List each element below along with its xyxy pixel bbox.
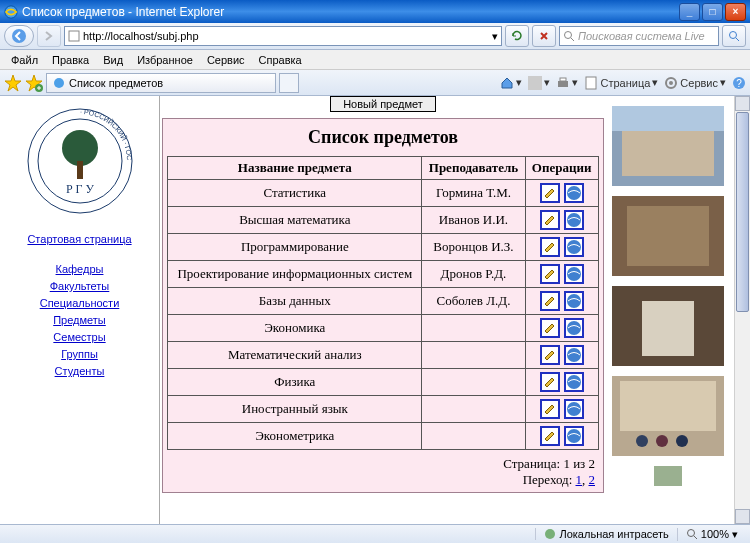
edit-icon[interactable]	[540, 426, 560, 446]
svg-rect-55	[654, 466, 682, 486]
delete-icon[interactable]	[564, 399, 584, 419]
nav-link[interactable]: Специальности	[5, 297, 154, 309]
menu-tools[interactable]: Сервис	[200, 52, 252, 68]
nav-link[interactable]: Студенты	[5, 365, 154, 377]
forward-button[interactable]	[37, 25, 61, 47]
delete-icon[interactable]	[564, 291, 584, 311]
add-favorites-icon[interactable]	[25, 74, 43, 92]
pager-page-1[interactable]: 1	[576, 472, 583, 487]
cell-ops	[525, 342, 598, 369]
browser-tab[interactable]: Список предметов	[46, 73, 276, 93]
table-row: Экономика	[168, 315, 598, 342]
close-button[interactable]: ×	[725, 3, 746, 21]
nav-link[interactable]: Кафедры	[5, 263, 154, 275]
table-row: Математический анализ	[168, 342, 598, 369]
svg-rect-2	[69, 31, 79, 41]
svg-line-6	[736, 38, 739, 41]
cell-name: Эконометрика	[168, 423, 422, 450]
page-heading: Список предметов	[163, 119, 603, 156]
edit-icon[interactable]	[540, 291, 560, 311]
edit-icon[interactable]	[540, 399, 560, 419]
edit-icon[interactable]	[540, 372, 560, 392]
nav-link[interactable]: Предметы	[5, 314, 154, 326]
menu-help[interactable]: Справка	[252, 52, 309, 68]
delete-icon[interactable]	[564, 345, 584, 365]
help-button[interactable]: ?	[732, 76, 746, 90]
search-go-icon	[728, 30, 740, 42]
zoom-icon	[686, 528, 698, 540]
cell-teacher: Дронов Р.Д.	[422, 261, 526, 288]
search-go-button[interactable]	[722, 25, 746, 47]
edit-icon[interactable]	[540, 210, 560, 230]
ie-icon	[4, 5, 18, 19]
delete-icon[interactable]	[564, 318, 584, 338]
edit-icon[interactable]	[540, 183, 560, 203]
delete-icon[interactable]	[564, 237, 584, 257]
minimize-button[interactable]: _	[679, 3, 700, 21]
edit-icon[interactable]	[540, 318, 560, 338]
table-row: Проектирование информационных системДрон…	[168, 261, 598, 288]
search-box[interactable]: Поисковая система Live	[559, 26, 719, 46]
cell-teacher: Иванов И.И.	[422, 207, 526, 234]
menu-view[interactable]: Вид	[96, 52, 130, 68]
menu-edit[interactable]: Правка	[45, 52, 96, 68]
address-bar[interactable]: http://localhost/subj.php ▾	[64, 26, 502, 46]
delete-icon[interactable]	[564, 372, 584, 392]
edit-icon[interactable]	[540, 345, 560, 365]
new-tab-button[interactable]	[279, 73, 299, 93]
back-button[interactable]	[4, 25, 34, 47]
menu-favorites[interactable]: Избранное	[130, 52, 200, 68]
svg-point-26	[567, 213, 581, 227]
home-button[interactable]: ▾	[500, 76, 522, 90]
status-zoom[interactable]: 100% ▾	[677, 528, 746, 541]
delete-icon[interactable]	[564, 183, 584, 203]
building-photo-3	[612, 286, 724, 366]
page-menu-label: Страница	[600, 77, 650, 89]
favorites-star-icon[interactable]	[4, 74, 22, 92]
scroll-thumb[interactable]	[736, 112, 749, 312]
cell-name: Физика	[168, 369, 422, 396]
nav-link[interactable]: Семестры	[5, 331, 154, 343]
edit-icon[interactable]	[540, 264, 560, 284]
gear-icon	[664, 76, 678, 90]
page-menu-icon	[584, 76, 598, 90]
delete-icon[interactable]	[564, 264, 584, 284]
svg-text:Р Г У: Р Г У	[65, 182, 94, 196]
nav-toolbar: http://localhost/subj.php ▾ Поисковая си…	[0, 23, 750, 50]
tools-menu-label: Сервис	[680, 77, 718, 89]
delete-icon[interactable]	[564, 210, 584, 230]
address-dropdown-icon[interactable]: ▾	[492, 30, 498, 43]
cell-teacher	[422, 369, 526, 396]
page-menu[interactable]: Страница ▾	[584, 76, 658, 90]
pager-page-2[interactable]: 2	[589, 472, 596, 487]
tools-menu[interactable]: Сервис ▾	[664, 76, 726, 90]
new-subject-button[interactable]: Новый предмет	[330, 96, 436, 112]
table-row: Эконометрика	[168, 423, 598, 450]
maximize-button[interactable]: □	[702, 3, 723, 21]
refresh-button[interactable]	[505, 25, 529, 47]
feeds-button[interactable]: ▾	[528, 76, 550, 90]
print-icon	[556, 76, 570, 90]
cell-teacher: Соболев Л.Д.	[422, 288, 526, 315]
nav-link[interactable]: Группы	[5, 348, 154, 360]
nav-start-page[interactable]: Стартовая страница	[5, 233, 154, 245]
cell-name: Высшая математика	[168, 207, 422, 234]
menu-file[interactable]: Файл	[4, 52, 45, 68]
svg-point-54	[676, 435, 688, 447]
scroll-up-button[interactable]	[735, 96, 750, 111]
tab-title: Список предметов	[69, 77, 163, 89]
zone-icon	[544, 528, 556, 540]
cell-teacher	[422, 423, 526, 450]
scroll-down-button[interactable]	[735, 509, 750, 524]
svg-line-4	[571, 38, 574, 41]
cell-name: Проектирование информационных систем	[168, 261, 422, 288]
print-button[interactable]: ▾	[556, 76, 578, 90]
vertical-scrollbar[interactable]	[734, 96, 750, 524]
delete-icon[interactable]	[564, 426, 584, 446]
edit-icon[interactable]	[540, 237, 560, 257]
svg-rect-49	[642, 301, 694, 356]
stop-button[interactable]	[532, 25, 556, 47]
nav-link[interactable]: Факультеты	[5, 280, 154, 292]
tab-toolbar: Список предметов ▾ ▾ ▾ Страница ▾ Сервис…	[0, 70, 750, 96]
svg-rect-11	[560, 78, 566, 81]
